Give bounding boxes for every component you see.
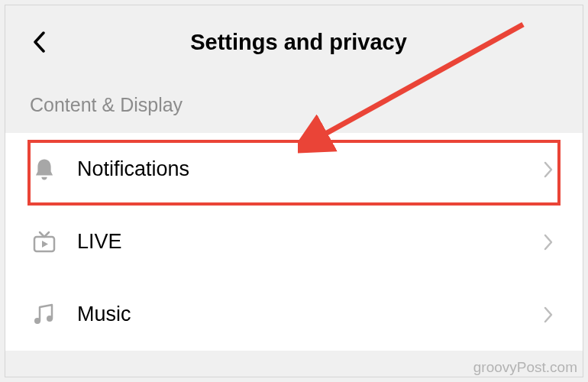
watermark: groovyPost.com [473, 359, 577, 376]
svg-point-3 [47, 316, 53, 322]
svg-marker-1 [42, 241, 48, 248]
settings-list: Notifications LIVE [5, 133, 583, 351]
list-item-label: LIVE [77, 230, 540, 254]
header: Settings and privacy [5, 5, 583, 68]
svg-point-2 [34, 318, 40, 324]
back-button[interactable] [28, 31, 51, 53]
music-icon [31, 302, 57, 328]
tv-icon [31, 229, 57, 255]
chevron-left-icon [33, 31, 47, 53]
section-header: Content & Display [5, 68, 583, 133]
page-title: Settings and privacy [51, 30, 546, 55]
chevron-right-icon [540, 161, 557, 178]
list-item-label: Music [77, 303, 540, 326]
list-item-music[interactable]: Music [5, 278, 583, 351]
list-item-label: Notifications [77, 157, 540, 181]
list-item-live[interactable]: LIVE [5, 206, 583, 278]
list-item-notifications[interactable]: Notifications [5, 133, 583, 206]
chevron-right-icon [540, 306, 557, 323]
chevron-right-icon [540, 234, 557, 251]
bell-icon [31, 157, 57, 183]
